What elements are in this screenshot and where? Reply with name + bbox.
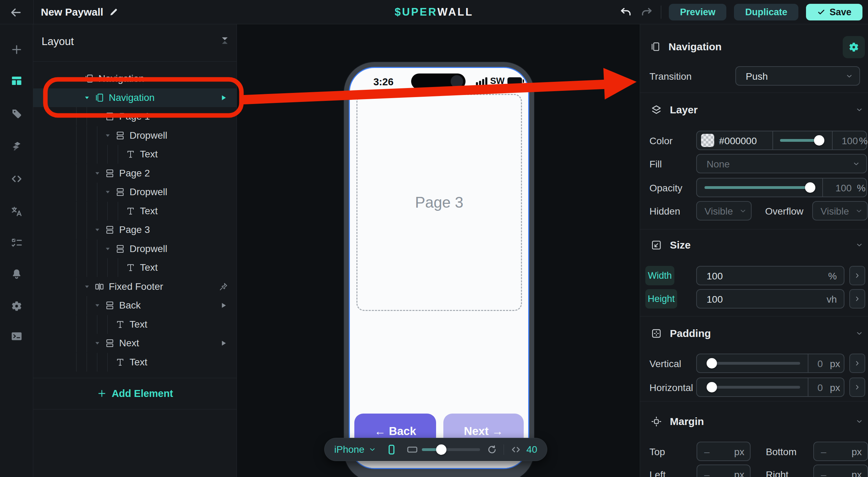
width-expand-button[interactable] — [849, 266, 865, 285]
preview-button[interactable]: Preview — [669, 4, 726, 20]
tree-indent-guide — [107, 315, 108, 334]
caret-down-icon[interactable] — [104, 245, 112, 253]
tree-row-dropwell[interactable]: Dropwell — [33, 183, 237, 201]
play-icon[interactable] — [219, 339, 228, 348]
zoom-slider[interactable] — [422, 444, 478, 455]
caret-down-icon[interactable] — [73, 75, 80, 83]
caret-down-icon[interactable] — [94, 170, 101, 177]
caret-down-icon[interactable] — [83, 94, 91, 102]
margin-right-input[interactable]: – px — [813, 465, 868, 477]
color-swatch[interactable] — [701, 134, 714, 147]
code-view-icon[interactable] — [510, 444, 522, 455]
caret-down-icon[interactable] — [104, 132, 112, 139]
tree-row-page-1[interactable]: Page 1 — [33, 107, 237, 126]
rail-item-layout[interactable] — [0, 70, 33, 92]
padding-vertical-slider[interactable] — [714, 362, 800, 365]
zoom-value[interactable]: 40 — [526, 444, 537, 455]
tree-row-fixed-footer[interactable]: Fixed Footer — [33, 277, 237, 296]
padding-horizontal-control[interactable]: 0 px — [696, 378, 844, 397]
opacity-thumb[interactable] — [805, 182, 815, 193]
caret-down-icon[interactable] — [104, 188, 112, 196]
tree-row-dropwell[interactable]: Dropwell — [33, 126, 237, 145]
duplicate-button[interactable]: Duplicate — [734, 4, 798, 20]
padding-horizontal-slider[interactable] — [714, 386, 800, 389]
width-chip[interactable]: Width — [645, 266, 674, 285]
portrait-mode-icon[interactable] — [386, 444, 397, 456]
margin-bottom-input[interactable]: – px — [813, 442, 868, 461]
fill-select[interactable]: None — [696, 154, 867, 173]
undo-icon[interactable] — [619, 6, 632, 19]
hidden-select[interactable]: Visible — [696, 201, 752, 220]
transition-select[interactable]: Push — [735, 66, 860, 86]
opacity-pct[interactable]: 100 — [835, 183, 852, 194]
collapse-tree-icon[interactable] — [220, 35, 230, 46]
tree-row-navigation[interactable]: Navigation — [33, 69, 237, 88]
landscape-mode-icon[interactable] — [406, 444, 418, 456]
pin-icon[interactable] — [219, 282, 228, 291]
tree-row-text[interactable]: Text — [33, 145, 237, 164]
caret-down-icon[interactable] — [94, 302, 101, 309]
play-icon[interactable] — [219, 93, 228, 102]
height-chip[interactable]: Height — [645, 289, 677, 309]
refresh-icon[interactable] — [487, 444, 497, 455]
device-select[interactable]: iPhone — [334, 444, 376, 455]
opacity-control[interactable]: 100 % — [696, 178, 867, 197]
add-element-button[interactable]: Add Element — [33, 384, 237, 403]
padding-vertical-expand-button[interactable] — [849, 354, 865, 373]
padding-vertical-control[interactable]: 0 px — [696, 354, 844, 373]
tree-row-text[interactable]: Text — [33, 202, 237, 220]
save-button[interactable]: Save — [806, 4, 862, 20]
margin-top-input[interactable]: – px — [697, 442, 751, 461]
chevron-down-icon[interactable] — [856, 330, 863, 337]
color-control[interactable]: #000000 100 % — [696, 131, 867, 150]
height-input[interactable]: 100 vh — [696, 289, 844, 309]
color-hex[interactable]: #000000 — [719, 136, 757, 147]
tree-row-text[interactable]: Text — [33, 315, 237, 334]
padding-vertical-thumb[interactable] — [707, 358, 717, 368]
tree-row-text[interactable]: Text — [33, 353, 237, 372]
padding-horizontal-expand-button[interactable] — [849, 378, 865, 397]
color-alpha-thumb[interactable] — [814, 135, 824, 146]
tree-row-next[interactable]: Next — [33, 334, 237, 353]
tree-indent-guide — [97, 126, 97, 145]
element-settings-button[interactable] — [843, 36, 865, 58]
rail-item-notifications[interactable] — [0, 263, 33, 285]
rail-item-settings[interactable] — [0, 295, 33, 317]
rail-item-products[interactable] — [0, 103, 33, 125]
redo-icon[interactable] — [640, 6, 653, 19]
rail-item-experiments[interactable] — [0, 232, 33, 254]
tree-row-dropwell[interactable]: Dropwell — [33, 240, 237, 258]
caret-down-icon[interactable] — [94, 226, 101, 234]
chevron-down-icon[interactable] — [856, 106, 863, 114]
divider — [33, 61, 237, 62]
rail-item-design[interactable] — [0, 135, 33, 157]
rail-item-add[interactable] — [0, 38, 33, 61]
width-input[interactable]: 100 % — [696, 266, 844, 285]
bell-icon — [10, 268, 23, 280]
tree-row-text[interactable]: Text — [33, 258, 237, 277]
color-pct[interactable]: 100 — [842, 136, 858, 147]
divider — [33, 409, 237, 409]
device-screen: 3:26 SW Page 3 ← Back Next → — [349, 67, 529, 469]
overflow-select[interactable]: Visible — [812, 201, 868, 220]
tree-row-navigation[interactable]: Navigation — [33, 88, 237, 107]
page-placeholder[interactable]: Page 3 — [356, 94, 522, 311]
play-icon[interactable] — [219, 301, 228, 310]
caret-down-icon[interactable] — [94, 113, 101, 120]
rail-item-code[interactable] — [0, 168, 33, 190]
chevron-down-icon[interactable] — [856, 418, 863, 425]
tree-indent-guide — [87, 202, 87, 220]
rail-item-console[interactable] — [0, 325, 33, 347]
margin-left-input[interactable]: – px — [697, 465, 751, 477]
tree-row-page-3[interactable]: Page 3 — [33, 220, 237, 239]
tree-indent-guide — [97, 315, 97, 334]
chevron-down-icon[interactable] — [856, 241, 863, 249]
height-expand-button[interactable] — [849, 289, 865, 309]
caret-down-icon[interactable] — [94, 339, 101, 347]
tree-row-page-2[interactable]: Page 2 — [33, 164, 237, 183]
tree-row-back[interactable]: Back — [33, 296, 237, 315]
zoom-slider-thumb[interactable] — [436, 444, 446, 455]
padding-horizontal-thumb[interactable] — [707, 382, 717, 392]
caret-down-icon[interactable] — [83, 283, 91, 290]
rail-item-localization[interactable] — [0, 200, 33, 223]
